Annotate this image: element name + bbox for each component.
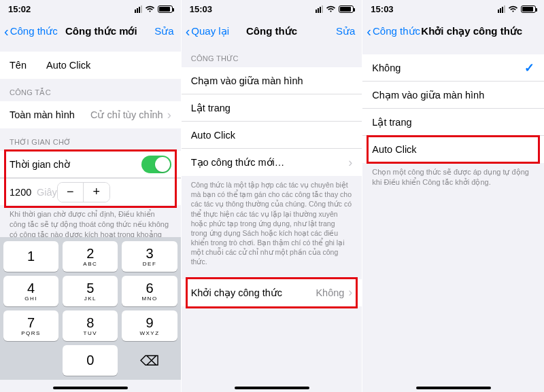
- recipe-item[interactable]: Lật trang: [182, 94, 362, 122]
- status-bar: 15:03: [362, 0, 544, 18]
- clock: 15:03: [371, 4, 393, 14]
- name-cell[interactable]: Tên: [0, 52, 181, 79]
- key-3[interactable]: 3DEF: [122, 241, 177, 272]
- seconds-input[interactable]: [10, 187, 37, 198]
- chevron-right-icon: ›: [348, 285, 352, 300]
- key-9[interactable]: 9WXYZ: [122, 310, 177, 341]
- back-button[interactable]: ‹Công thức: [4, 24, 58, 38]
- back-button[interactable]: ‹Quay lại: [186, 24, 229, 38]
- nav-bar: ‹Quay lại Công thức Sửa: [182, 18, 362, 45]
- battery-icon: [521, 5, 536, 13]
- key-4[interactable]: 4GHI: [3, 276, 58, 306]
- phone-2: 15:03 ‹Quay lại Công thức Sửa CÔNG THỨC …: [182, 0, 363, 392]
- chevron-left-icon: ‹: [186, 24, 190, 38]
- recipe-name-input[interactable]: [46, 60, 175, 71]
- key-6[interactable]: 6MNO: [122, 276, 177, 306]
- chevron-right-icon: ›: [348, 156, 352, 170]
- recipes-note: Công thức là một tập hợp các tác vụ chuy…: [182, 176, 362, 271]
- edit-button[interactable]: Sửa: [154, 25, 173, 37]
- switch-fullscreen-cell[interactable]: Toàn màn hình Cử chỉ tùy chỉnh ›: [0, 101, 181, 128]
- key-8[interactable]: 8TUV: [63, 310, 118, 341]
- seconds-stepper: − +: [57, 182, 110, 202]
- section-recipes: CÔNG THỨC: [182, 45, 362, 67]
- option-item[interactable]: Lật trang: [362, 109, 544, 136]
- key-0[interactable]: 0: [63, 345, 118, 376]
- wait-toggle-cell[interactable]: Thời gian chờ: [0, 151, 181, 178]
- home-indicator[interactable]: [235, 387, 309, 389]
- section-switch: CÔNG TẮC: [0, 79, 181, 101]
- option-item[interactable]: Chạm vào giữa màn hình: [362, 82, 544, 109]
- body: CÔNG THỨC Chạm vào giữa màn hình Lật tra…: [182, 45, 362, 392]
- key-5[interactable]: 5JKL: [63, 276, 118, 306]
- battery-icon: [339, 5, 354, 13]
- cellular-icon: [498, 5, 505, 13]
- stepper-minus-button[interactable]: −: [58, 183, 84, 202]
- status-right: [135, 5, 173, 13]
- create-recipe-item[interactable]: Tạo công thức mới…›: [182, 149, 362, 176]
- launch-recipe-cell[interactable]: Khởi chạy công thức Không ›: [182, 279, 362, 306]
- body: Không ✓ Chạm vào giữa màn hình Lật trang…: [362, 45, 544, 392]
- status-bar: 15:03: [182, 0, 362, 18]
- home-indicator[interactable]: [416, 387, 491, 389]
- option-item-autoclick[interactable]: Auto Click: [362, 136, 544, 163]
- backspace-icon: ⌫: [140, 353, 159, 369]
- clock: 15:03: [190, 4, 212, 14]
- wifi-icon: [326, 5, 336, 13]
- cellular-icon: [135, 5, 142, 13]
- name-label: Tên: [10, 60, 46, 71]
- recipe-item[interactable]: Auto Click: [182, 122, 362, 149]
- page-title: Khởi chạy công thức: [421, 25, 522, 37]
- edit-button[interactable]: Sửa: [336, 25, 355, 37]
- options-note: Chọn một công thức sẽ được áp dụng tự độ…: [362, 163, 544, 192]
- stepper-plus-button[interactable]: +: [84, 183, 109, 202]
- nav-bar: ‹Công thức Công thức mới Sửa: [0, 18, 181, 45]
- section-wait: THỜI GIAN CHỜ: [0, 128, 181, 151]
- key-1[interactable]: 1: [3, 241, 58, 272]
- back-button[interactable]: ‹Công thức: [367, 24, 420, 38]
- battery-icon: [158, 5, 173, 13]
- key-blank: [3, 345, 58, 376]
- status-bar: 15:02: [0, 0, 181, 18]
- key-2[interactable]: 2ABC: [63, 241, 118, 272]
- phone-3: 15:03 ‹Công thức Khởi chạy công thức Khô…: [362, 0, 544, 392]
- recipe-item[interactable]: Chạm vào giữa màn hình: [182, 67, 362, 94]
- checkmark-icon: ✓: [524, 60, 534, 75]
- phone-1: 15:02 ‹Công thức Công thức mới Sửa Tên C…: [0, 0, 182, 392]
- seconds-row: Giây − +: [0, 178, 181, 205]
- chevron-left-icon: ‹: [4, 24, 9, 38]
- clock: 15:02: [8, 4, 31, 14]
- page-title: Công thức mới: [65, 25, 137, 37]
- body: Tên CÔNG TẮC Toàn màn hình Cử chỉ tùy ch…: [0, 45, 181, 392]
- chevron-right-icon: ›: [167, 108, 171, 122]
- numeric-keypad: 1 2ABC 3DEF 4GHI 5JKL 6MNO 7PQRS 8TUV 9W…: [0, 237, 181, 380]
- home-indicator[interactable]: [53, 387, 128, 389]
- cellular-icon: [316, 5, 323, 13]
- wifi-icon: [145, 5, 155, 13]
- nav-bar: ‹Công thức Khởi chạy công thức: [362, 18, 544, 45]
- key-7[interactable]: 7PQRS: [3, 310, 58, 341]
- wifi-icon: [508, 5, 518, 13]
- key-backspace[interactable]: ⌫: [122, 345, 177, 376]
- seconds-unit: Giây: [37, 187, 57, 198]
- wait-toggle[interactable]: [141, 156, 171, 173]
- option-item-none[interactable]: Không ✓: [362, 54, 544, 82]
- chevron-left-icon: ‹: [367, 24, 371, 38]
